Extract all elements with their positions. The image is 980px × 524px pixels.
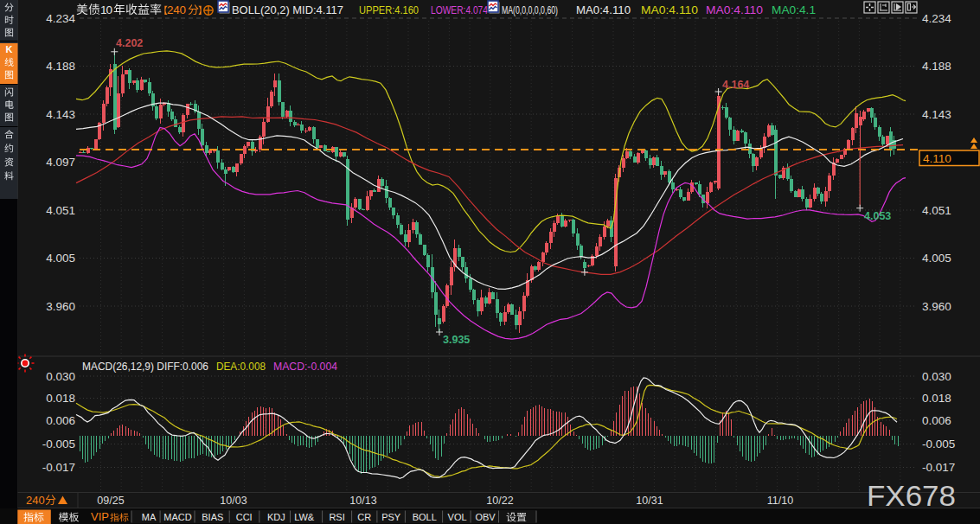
svg-text:MACD: MACD bbox=[163, 512, 191, 522]
svg-text:10/03: 10/03 bbox=[220, 495, 247, 507]
svg-text:MACD(26,12,9) DIFF:0.006: MACD(26,12,9) DIFF:0.006 bbox=[82, 360, 208, 373]
svg-text:4.053: 4.053 bbox=[864, 210, 891, 222]
svg-text:0.030: 0.030 bbox=[46, 370, 75, 383]
svg-text:-0.005: -0.005 bbox=[922, 438, 955, 451]
svg-text:4.234: 4.234 bbox=[922, 12, 951, 25]
svg-text:4.051: 4.051 bbox=[922, 204, 951, 217]
svg-text:DEA:0.008: DEA:0.008 bbox=[216, 360, 266, 373]
svg-text:MA0:4.1: MA0:4.1 bbox=[772, 3, 816, 16]
svg-text:4.051: 4.051 bbox=[46, 204, 75, 217]
svg-text:-0.017: -0.017 bbox=[42, 461, 75, 474]
svg-text:BIAS: BIAS bbox=[202, 512, 223, 522]
svg-text:MA(0,0,0,0,0,60): MA(0,0,0,0,0,60) bbox=[502, 3, 558, 16]
svg-text:0.006: 0.006 bbox=[922, 414, 951, 427]
svg-text:4.143: 4.143 bbox=[922, 108, 951, 121]
svg-text:MA0:4.110: MA0:4.110 bbox=[641, 3, 698, 16]
svg-text:KDJ: KDJ bbox=[267, 512, 285, 522]
svg-text:K: K bbox=[6, 44, 13, 54]
svg-text:4.188: 4.188 bbox=[46, 60, 75, 73]
svg-text:MA: MA bbox=[142, 512, 157, 522]
svg-text:4.202: 4.202 bbox=[116, 37, 143, 49]
svg-text:4.110: 4.110 bbox=[923, 152, 951, 165]
svg-text:MACD:-0.004: MACD:-0.004 bbox=[273, 360, 337, 373]
svg-text:UPPER:4.160: UPPER:4.160 bbox=[359, 3, 419, 16]
svg-text:CR: CR bbox=[357, 512, 371, 522]
svg-text:240: 240 bbox=[26, 494, 45, 507]
svg-text:4.234: 4.234 bbox=[46, 12, 75, 25]
svg-text:3.960: 3.960 bbox=[46, 300, 75, 313]
svg-text:4.164: 4.164 bbox=[722, 79, 749, 91]
svg-text:4.097: 4.097 bbox=[46, 156, 75, 169]
svg-text:VIP: VIP bbox=[91, 511, 109, 523]
svg-text:4.143: 4.143 bbox=[46, 108, 75, 121]
svg-text:RSI: RSI bbox=[329, 512, 344, 522]
svg-text:LW&: LW& bbox=[294, 512, 315, 522]
svg-text:0.018: 0.018 bbox=[922, 392, 951, 405]
svg-text:4.188: 4.188 bbox=[922, 60, 951, 73]
svg-text:09/25: 09/25 bbox=[97, 495, 124, 507]
svg-text:3.960: 3.960 bbox=[922, 300, 951, 313]
svg-text:BOLL: BOLL bbox=[413, 512, 437, 522]
svg-text:VOL: VOL bbox=[448, 512, 467, 522]
svg-text:MA0:4.110: MA0:4.110 bbox=[706, 3, 763, 16]
svg-text:FX678: FX678 bbox=[867, 479, 956, 512]
svg-text:4.005: 4.005 bbox=[46, 252, 75, 265]
svg-text:CCI: CCI bbox=[236, 512, 253, 522]
svg-text:-0.017: -0.017 bbox=[922, 461, 955, 474]
svg-text:240: 240 bbox=[167, 3, 186, 16]
svg-text:0.030: 0.030 bbox=[922, 370, 951, 383]
svg-text:PSY: PSY bbox=[381, 512, 401, 522]
svg-text:0.006: 0.006 bbox=[46, 414, 75, 427]
svg-text:10/22: 10/22 bbox=[486, 495, 513, 507]
svg-text:10/31: 10/31 bbox=[636, 495, 663, 507]
svg-text:BOLL(20,2) MID:4.117: BOLL(20,2) MID:4.117 bbox=[232, 3, 343, 16]
svg-text:10/13: 10/13 bbox=[349, 495, 376, 507]
svg-text:MA0:4.110: MA0:4.110 bbox=[576, 3, 631, 16]
svg-text:3.935: 3.935 bbox=[443, 334, 470, 346]
svg-text:10: 10 bbox=[100, 3, 112, 16]
svg-text:0.018: 0.018 bbox=[46, 392, 75, 405]
svg-text:LOWER:4.074: LOWER:4.074 bbox=[431, 3, 488, 16]
svg-text:11/10: 11/10 bbox=[767, 495, 793, 507]
svg-text:4.005: 4.005 bbox=[922, 252, 951, 265]
svg-text:OBV: OBV bbox=[475, 512, 496, 522]
svg-text:-0.005: -0.005 bbox=[42, 438, 75, 451]
